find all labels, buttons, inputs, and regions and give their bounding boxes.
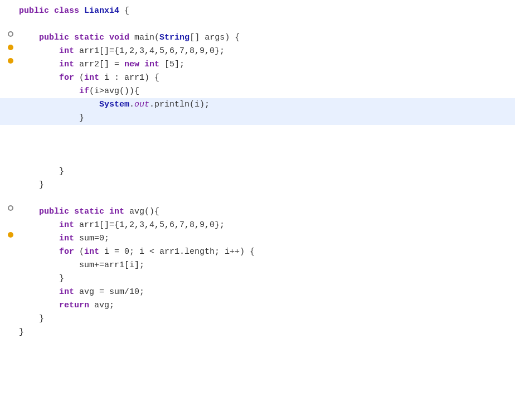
line-content: } xyxy=(16,272,515,285)
line-content: int sum=0; xyxy=(16,232,515,245)
line-content: int arr1[]={1,2,3,4,5,6,7,8,9,0}; xyxy=(16,219,515,231)
line-gutter xyxy=(0,205,16,211)
code-line: for (int i : arr1) { xyxy=(0,71,515,85)
line-content: int arr1[]={1,2,3,4,5,6,7,8,9,0}; xyxy=(16,45,515,57)
line-content: } xyxy=(16,112,515,124)
line-content: int arr2[] = new int [5]; xyxy=(16,58,515,71)
line-content: for (int i : arr1) { xyxy=(16,71,515,84)
code-line: } xyxy=(0,165,515,178)
line-content: } xyxy=(16,178,515,191)
breakpoint-dot xyxy=(8,45,13,50)
line-gutter xyxy=(0,45,16,50)
line-content: public static void main(String[] args) { xyxy=(16,31,515,44)
line-gutter xyxy=(0,58,16,64)
line-content: if(i>avg()){ xyxy=(16,85,515,98)
code-line: public static void main(String[] args) { xyxy=(0,31,515,45)
line-content: } xyxy=(16,165,515,178)
line-content: } xyxy=(16,326,515,339)
code-line: int arr1[]={1,2,3,4,5,6,7,8,9,0}; xyxy=(0,219,515,232)
line-gutter xyxy=(0,31,16,37)
code-line: } xyxy=(0,112,515,125)
code-line: } xyxy=(0,326,515,339)
code-line: } xyxy=(0,312,515,326)
code-line xyxy=(0,18,515,31)
line-content: System.out.println(i); xyxy=(16,98,515,111)
code-line xyxy=(0,125,515,138)
code-line xyxy=(0,138,515,152)
code-line: for (int i = 0; i < arr1.length; i++) { xyxy=(0,245,515,259)
line-content: for (int i = 0; i < arr1.length; i++) { xyxy=(16,245,515,258)
line-content: sum+=arr1[i]; xyxy=(16,259,515,272)
code-line: public class Lianxi4 { xyxy=(0,4,515,18)
line-content: } xyxy=(16,312,515,325)
code-line: int arr1[]={1,2,3,4,5,6,7,8,9,0}; xyxy=(0,45,515,58)
breakpoint-circle xyxy=(8,31,13,37)
code-line: System.out.println(i); xyxy=(0,98,515,112)
breakpoint-dot xyxy=(8,232,13,238)
breakpoint-circle xyxy=(8,205,13,211)
line-content: public class Lianxi4 { xyxy=(16,4,515,17)
code-line: if(i>avg()){ xyxy=(0,85,515,98)
line-content: public static int avg(){ xyxy=(16,205,515,218)
code-line: int arr2[] = new int [5]; xyxy=(0,58,515,71)
code-line: return avg; xyxy=(0,299,515,312)
code-line: } xyxy=(0,178,515,192)
code-line xyxy=(0,152,515,165)
code-line xyxy=(0,192,515,205)
line-content: return avg; xyxy=(16,299,515,312)
line-content: int avg = sum/10; xyxy=(16,286,515,298)
code-line: public static int avg(){ xyxy=(0,205,515,219)
code-line: } xyxy=(0,272,515,286)
code-line: sum+=arr1[i]; xyxy=(0,259,515,272)
code-editor: public class Lianxi4 { public static voi… xyxy=(0,0,515,420)
code-line: int sum=0; xyxy=(0,232,515,245)
code-line: int avg = sum/10; xyxy=(0,286,515,299)
line-gutter xyxy=(0,232,16,238)
breakpoint-dot xyxy=(8,58,13,64)
